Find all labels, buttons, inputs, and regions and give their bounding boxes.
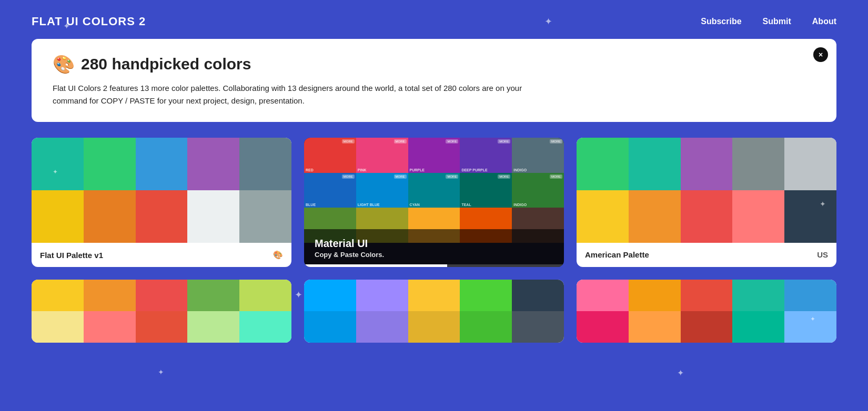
nav-subscribe[interactable]: Subscribe <box>701 17 741 26</box>
banner-description: Flat UI Colors 2 features 13 more color … <box>53 82 526 107</box>
color-swatch <box>84 138 136 190</box>
color-swatch: PURPLE MORE <box>408 138 460 173</box>
featured-footer: Material UI Copy & Paste Colors. <box>304 229 564 267</box>
card-american[interactable]: American Palette US <box>577 138 836 267</box>
color-swatch <box>629 280 681 311</box>
card-title: Flat UI Palette v1 <box>40 251 103 260</box>
color-swatch <box>32 280 84 311</box>
color-swatch <box>84 280 136 311</box>
card-american-image <box>577 138 836 243</box>
card-partial-3[interactable] <box>577 280 836 343</box>
partial-image-3 <box>577 280 836 343</box>
color-swatch <box>239 280 291 311</box>
color-swatch <box>187 190 239 243</box>
announcement-banner: × 🎨 280 handpicked colors Flat UI Colors… <box>32 39 836 122</box>
color-swatch <box>629 190 681 243</box>
card-flat-v1[interactable]: Flat UI Palette v1 🎨 <box>32 138 291 267</box>
color-swatch <box>84 311 136 343</box>
banner-title-text: 280 handpicked colors <box>81 55 251 73</box>
color-swatch <box>136 190 188 243</box>
nav-about[interactable]: About <box>812 17 836 26</box>
color-swatch <box>32 138 84 190</box>
color-swatch <box>784 280 836 311</box>
banner-emoji: 🎨 <box>53 54 75 75</box>
card-partial-1[interactable] <box>32 280 291 343</box>
color-swatch <box>239 190 291 243</box>
color-swatch <box>784 138 836 190</box>
nav: Subscribe Submit About <box>701 17 836 26</box>
color-swatch: DEEP PURPLE MORE <box>460 138 512 173</box>
color-swatch <box>136 138 188 190</box>
color-swatch <box>356 280 408 311</box>
color-swatch <box>577 190 629 243</box>
bottom-cards-grid <box>0 280 868 343</box>
color-swatch <box>136 280 188 311</box>
card-partial-2[interactable] <box>304 280 564 343</box>
color-swatch <box>408 280 460 311</box>
close-banner-button[interactable]: × <box>813 47 828 62</box>
color-swatch: BLUE MORE <box>304 173 356 208</box>
cards-grid: Flat UI Palette v1 🎨 RED MORE PINK MORE … <box>0 138 868 267</box>
color-swatch: INDIGO MORE <box>512 173 564 208</box>
color-swatch <box>187 280 239 311</box>
logo: FLAT UI COLORS 2 <box>32 15 146 28</box>
color-swatch: PINK MORE <box>356 138 408 173</box>
card-footer: Flat UI Palette v1 🎨 <box>32 243 291 267</box>
color-swatch <box>629 138 681 190</box>
featured-card-title: Material UI <box>315 238 553 250</box>
color-swatch <box>512 311 564 343</box>
color-swatch <box>732 138 784 190</box>
color-swatch: TEAL MORE <box>460 173 512 208</box>
color-swatch <box>32 190 84 243</box>
color-swatch <box>577 138 629 190</box>
color-swatch <box>187 311 239 343</box>
color-swatch <box>84 190 136 243</box>
material-ui-image: RED MORE PINK MORE PURPLE MORE DEEP PURP… <box>304 138 564 243</box>
color-swatch <box>732 280 784 311</box>
progress-fill <box>304 264 447 267</box>
featured-card-subtitle: Copy & Paste Colors. <box>315 251 553 259</box>
color-swatch <box>681 190 733 243</box>
color-swatch <box>304 280 356 311</box>
color-swatch <box>32 311 84 343</box>
header: FLAT UI COLORS 2 Subscribe Submit About <box>0 0 868 39</box>
star-decor: ✦ <box>158 368 164 376</box>
material-row: BLUE MORE LIGHT BLUE MORE CYAN MORE TEAL… <box>304 173 564 208</box>
color-swatch <box>784 311 836 343</box>
color-swatch <box>577 311 629 343</box>
color-swatch <box>512 280 564 311</box>
color-swatch: RED MORE <box>304 138 356 173</box>
color-swatch <box>681 280 733 311</box>
color-swatch <box>732 190 784 243</box>
color-swatch <box>460 280 512 311</box>
color-swatch <box>187 138 239 190</box>
color-swatch <box>356 311 408 343</box>
color-swatch <box>629 311 681 343</box>
progress-bar <box>304 264 564 267</box>
color-swatch: INDIGO MORE <box>512 138 564 173</box>
color-swatch <box>408 311 460 343</box>
color-swatch <box>577 280 629 311</box>
color-swatch: LIGHT BLUE MORE <box>356 173 408 208</box>
nav-submit[interactable]: Submit <box>763 17 791 26</box>
material-row: RED MORE PINK MORE PURPLE MORE DEEP PURP… <box>304 138 564 173</box>
color-swatch <box>304 311 356 343</box>
banner-title: 🎨 280 handpicked colors <box>53 54 815 75</box>
color-swatch <box>681 311 733 343</box>
star-decor: ✦ <box>677 368 684 378</box>
card-material-ui[interactable]: RED MORE PINK MORE PURPLE MORE DEEP PURP… <box>304 138 564 267</box>
color-swatch <box>681 138 733 190</box>
color-swatch <box>239 311 291 343</box>
card-flat-v1-image <box>32 138 291 243</box>
color-swatch <box>136 311 188 343</box>
color-swatch <box>732 311 784 343</box>
color-swatch <box>784 190 836 243</box>
card-badge: 🎨 <box>273 250 283 260</box>
partial-image-1 <box>32 280 291 343</box>
card-badge: US <box>817 250 828 259</box>
color-swatch: CYAN MORE <box>408 173 460 208</box>
color-swatch <box>460 311 512 343</box>
card-footer: American Palette US <box>577 243 836 266</box>
partial-image-2 <box>304 280 564 343</box>
card-title: American Palette <box>585 250 649 259</box>
